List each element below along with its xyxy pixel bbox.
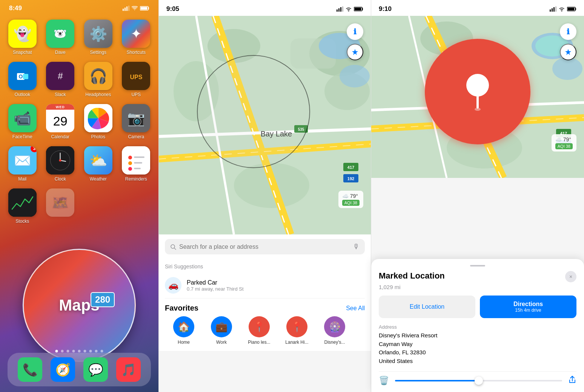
bottom-actions: 🗑️ — [379, 371, 576, 386]
app-clock[interactable]: Clock — [45, 146, 76, 182]
fav-disneys[interactable]: 🎡 Disney's... — [316, 316, 353, 345]
screenshot-container: 8:49 — [0, 0, 584, 392]
app-dave[interactable]: 🐻‍❄️ Dave — [45, 20, 76, 55]
trash-icon[interactable]: 🗑️ — [379, 376, 389, 386]
app-camera[interactable]: 📷 Camera — [121, 104, 152, 139]
dock-safari[interactable]: 🧭 — [51, 357, 75, 382]
svg-rect-20 — [122, 146, 150, 175]
svg-point-23 — [128, 167, 132, 171]
svg-rect-85 — [476, 93, 479, 109]
dock-phone[interactable]: 📞 — [18, 357, 42, 382]
parked-car-icon: 🚗 — [165, 277, 181, 294]
phone1-time: 8:49 — [9, 5, 22, 12]
app-calendar[interactable]: WED 29 Calendar — [45, 104, 76, 139]
phone3-status-bar: 9:10 — [371, 0, 584, 16]
phone3-battery-icon — [567, 7, 576, 11]
app-outlook[interactable]: O Outlook — [7, 62, 38, 97]
svg-rect-59 — [552, 8, 553, 12]
fav-lanark-icon: 📍 — [286, 316, 307, 337]
edit-location-button[interactable]: Edit Location — [379, 296, 475, 318]
phone1: 8:49 — [0, 0, 158, 392]
phone3-map-location-button[interactable] — [560, 44, 576, 60]
app-slack[interactable]: # Slack — [45, 62, 76, 97]
suggestion-text: Parked Car 0.7 mi away, near Third St — [187, 279, 244, 292]
fav-piano-icon: 📍 — [249, 316, 270, 337]
settings-icon: ⚙️ — [84, 20, 112, 48]
fav-home[interactable]: 🏠 Home — [165, 316, 203, 345]
dot-3 — [72, 350, 75, 352]
dock-music[interactable]: 🎵 — [116, 357, 141, 382]
shortcuts-label: Shortcuts — [126, 50, 146, 55]
search-bar[interactable]: 🎙 — [165, 239, 365, 254]
svg-line-57 — [174, 248, 176, 250]
app-maps-partial[interactable]: 🗺️ — [45, 188, 76, 224]
phone2-status-icons — [337, 6, 363, 12]
photos-icon — [84, 104, 112, 132]
app-stocks[interactable]: Stocks — [7, 188, 38, 224]
svg-rect-30 — [340, 7, 341, 12]
app-ups[interactable]: UPS UPS — [121, 62, 152, 97]
outlook-icon: O — [8, 62, 37, 90]
app-weather[interactable]: ⛅ Weather — [83, 146, 114, 182]
phone2: 9:05 — [158, 0, 371, 392]
phone2-battery-icon — [354, 7, 363, 11]
camera-label: Camera — [128, 134, 144, 139]
location-panel-header: Marked Location × — [379, 271, 576, 282]
dock-messages[interactable]: 💬 — [83, 357, 108, 382]
fav-lanark[interactable]: 📍 Lanark Hi... — [278, 316, 316, 345]
phone3-signal-icon — [550, 6, 556, 12]
clock-label: Clock — [55, 176, 66, 182]
directions-button[interactable]: Directions 15h 4m drive — [480, 296, 576, 318]
app-mail[interactable]: ✉️ 3 Mail — [7, 146, 38, 182]
action-buttons: Edit Location Directions 15h 4m drive — [379, 296, 576, 318]
svg-rect-34 — [355, 8, 361, 11]
headphones-label: Headphones — [85, 92, 111, 97]
phone2-signal-icon — [337, 6, 343, 12]
app-photos[interactable]: Photos — [83, 104, 114, 139]
location-title: Marked Location — [379, 271, 445, 281]
fav-work-icon: 💼 — [211, 316, 232, 337]
app-headphones[interactable]: 🎧 Headphones — [83, 62, 114, 97]
map-location-button[interactable] — [347, 44, 363, 60]
app-settings[interactable]: ⚙️ Settings — [83, 20, 114, 55]
fav-piano[interactable]: 📍 Piano les... — [240, 316, 278, 345]
fav-home-icon: 🏠 — [173, 316, 194, 337]
app-shortcuts[interactable]: ✦ Shortcuts — [121, 20, 152, 55]
phone3-weather-badge: ☁️ 79° AQI 38 — [552, 134, 576, 152]
map-info-button[interactable]: ℹ — [347, 23, 363, 40]
close-button[interactable]: × — [565, 271, 576, 282]
signal-icon — [123, 6, 129, 11]
suggestion-parked-car[interactable]: 🚗 Parked Car 0.7 mi away, near Third St — [165, 273, 365, 299]
weather-label: Weather — [90, 176, 107, 182]
microphone-icon[interactable]: 🎙 — [353, 243, 360, 251]
svg-rect-58 — [550, 9, 551, 12]
svg-rect-25 — [134, 162, 142, 164]
size-slider[interactable] — [395, 380, 562, 381]
phone3-map: 417 192 535 ℹ — [371, 16, 584, 178]
phone3: 9:10 — [371, 0, 584, 392]
phone3-weather-temp: 79° — [563, 136, 571, 142]
svg-point-67 — [552, 57, 582, 80]
search-bar-area: 🎙 — [159, 234, 371, 259]
reminders-icon — [122, 146, 150, 175]
fav-work[interactable]: 💼 Work — [203, 316, 240, 345]
address-line3: Orlando, FL 32830 — [379, 349, 426, 355]
search-input[interactable] — [179, 243, 350, 250]
slack-label: Slack — [55, 92, 66, 97]
phone3-wifi-icon — [559, 7, 565, 11]
svg-point-86 — [475, 108, 481, 111]
app-facetime[interactable]: 📹 FaceTime — [7, 104, 38, 139]
svg-rect-8 — [23, 74, 28, 79]
share-icon[interactable] — [568, 375, 576, 386]
phone2-time: 9:05 — [166, 5, 179, 13]
app-reminders[interactable]: Reminders — [121, 146, 152, 182]
search-icon — [170, 244, 176, 250]
phone3-map-info-button[interactable]: ℹ — [560, 23, 576, 40]
see-all-button[interactable]: See All — [346, 305, 365, 312]
address-text: Disney's Riviera Resort Cayman Way Orlan… — [379, 331, 576, 365]
app-snapchat[interactable]: 👻 Snapchat — [7, 20, 38, 55]
slider-thumb[interactable] — [475, 377, 483, 385]
svg-point-84 — [471, 78, 484, 92]
outlook-label: Outlook — [15, 92, 30, 97]
favorites-row: 🏠 Home 💼 Work 📍 Piano les... 📍 Lanark Hi… — [159, 316, 371, 351]
